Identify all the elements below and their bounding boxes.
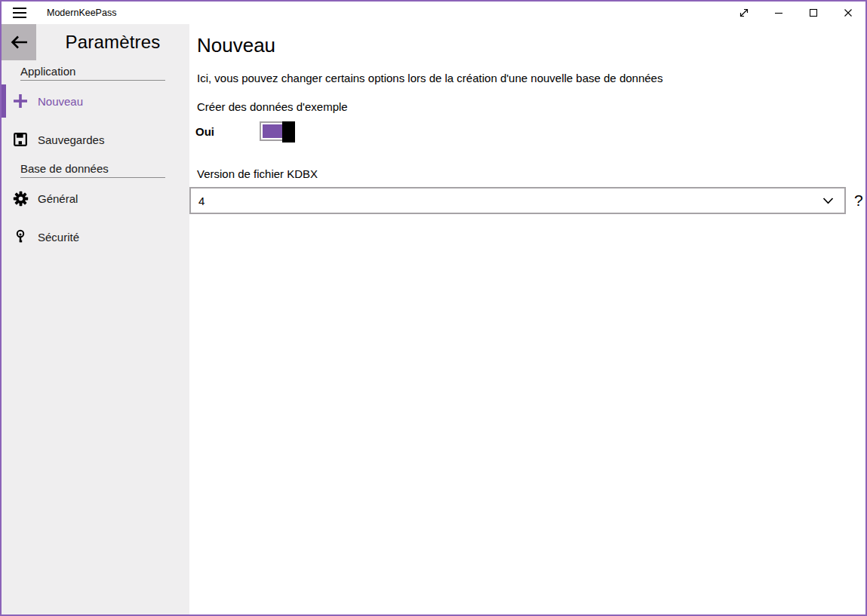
section-header-application: Application (20, 65, 165, 81)
toggle-knob[interactable] (282, 121, 295, 143)
sidebar-item-sauvegardes[interactable]: Sauvegardes (2, 121, 189, 158)
close-icon (842, 7, 854, 19)
plus-icon (12, 93, 29, 109)
save-icon (12, 131, 29, 148)
kdbx-version-value: 4 (198, 195, 822, 207)
close-button[interactable] (831, 2, 865, 24)
page-description: Ici, vous pouvez changer certains option… (197, 71, 865, 86)
app-body: Paramètres Application Nouveau (2, 24, 865, 614)
sample-data-toggle-row: Oui (195, 121, 865, 142)
sidebar-item-label: Sécurité (38, 231, 79, 244)
sidebar-item-general[interactable]: Général (2, 180, 189, 216)
section-header-base-de-donnees: Base de données (20, 162, 165, 178)
settings-sidebar: Paramètres Application Nouveau (2, 24, 189, 614)
kdbx-version-row: 4 ? (189, 187, 865, 214)
sidebar-item-securite[interactable]: Sécurité (2, 219, 189, 255)
sidebar-item-label: Général (38, 192, 78, 205)
maximize-icon (807, 7, 819, 19)
app-window: ModernKeePass (0, 0, 867, 616)
settings-page-nouveau: Nouveau Ici, vous pouvez changer certain… (189, 24, 865, 614)
sidebar-item-nouveau[interactable]: Nouveau (2, 83, 189, 119)
sidebar-item-label: Sauvegardes (38, 133, 104, 146)
chevron-down-icon (822, 198, 834, 204)
titlebar: ModernKeePass (2, 2, 865, 24)
kdbx-version-select[interactable]: 4 (189, 187, 846, 214)
kdbx-version-label: Version de fichier KDBX (197, 167, 865, 182)
window-title: ModernKeePass (47, 8, 727, 18)
back-button[interactable] (2, 24, 36, 60)
fullscreen-icon (738, 7, 750, 19)
sample-data-toggle[interactable] (260, 121, 293, 141)
gear-icon (12, 190, 29, 207)
hamburger-icon (13, 8, 26, 18)
minimize-button[interactable] (761, 2, 796, 24)
maximize-button[interactable] (796, 2, 831, 24)
page-title: Nouveau (197, 32, 865, 58)
back-arrow-icon (9, 35, 29, 50)
sample-data-label: Créer des données d'exemple (197, 100, 865, 115)
sidebar-item-label: Nouveau (38, 95, 83, 108)
fullscreen-button[interactable] (727, 2, 761, 24)
sidebar-title: Paramètres (36, 24, 189, 60)
minimize-icon (773, 7, 785, 19)
key-icon (12, 228, 29, 245)
toggle-state-label: Oui (195, 125, 260, 138)
hamburger-menu-button[interactable] (2, 2, 38, 24)
help-button[interactable]: ? (854, 192, 863, 210)
